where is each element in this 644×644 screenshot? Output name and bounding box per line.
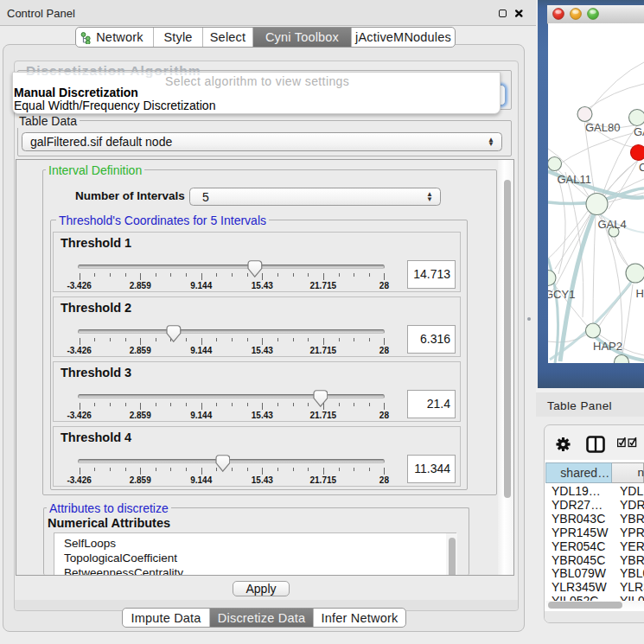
svg-text:C: C	[639, 161, 644, 174]
svg-text:HAP2: HAP2	[593, 340, 622, 353]
svg-text:GAL80: GAL80	[585, 121, 620, 134]
svg-text:H: H	[636, 287, 644, 300]
svg-text:GAL11: GAL11	[558, 173, 592, 186]
svg-text:GA: GA	[634, 125, 644, 138]
svg-text:GAL4: GAL4	[598, 218, 627, 231]
svg-text:GCY1: GCY1	[548, 288, 575, 301]
